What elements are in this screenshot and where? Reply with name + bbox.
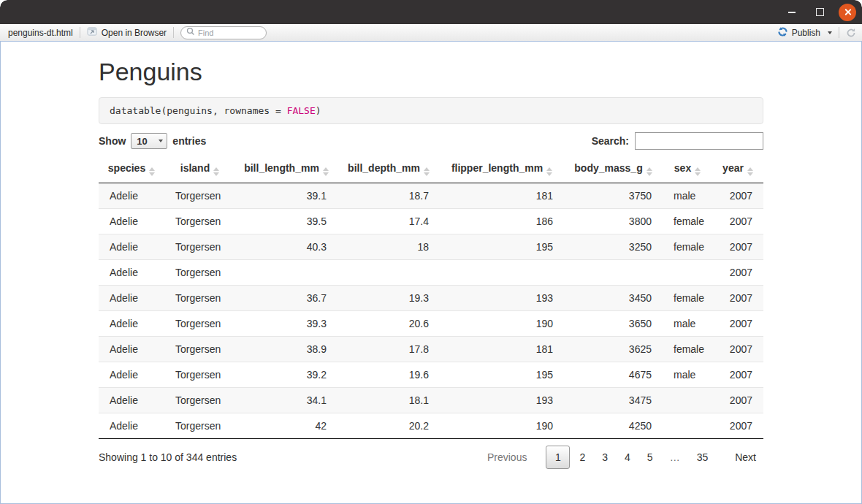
cell-bill_depth_mm: 20.6: [337, 311, 440, 337]
cell-year: 2007: [712, 183, 763, 209]
pagination-page-4[interactable]: 4: [617, 446, 638, 469]
column-header-flipper_length_mm[interactable]: flipper_length_mm: [440, 156, 564, 183]
toolbar-filename: penguins-dt.html: [6, 28, 73, 38]
code-block: datatable(penguins, rownames = FALSE): [99, 97, 763, 124]
cell-sex: [663, 413, 712, 439]
sort-icon: [213, 167, 219, 176]
cell-flipper_length_mm: [440, 260, 564, 286]
table-search-control: Search:: [592, 132, 763, 150]
code-text: datatable(penguins, rownames =: [110, 105, 287, 116]
cell-sex: male: [663, 362, 712, 388]
entries-label: entries: [172, 135, 206, 147]
pagination-page-35[interactable]: 35: [690, 446, 716, 469]
cell-bill_depth_mm: [337, 260, 440, 286]
open-in-browser-label: Open in Browser: [102, 28, 167, 38]
cell-body_mass_g: 3625: [564, 337, 663, 362]
cell-year: 2007: [712, 413, 763, 439]
table-row[interactable]: AdelieTorgersen2007: [99, 260, 763, 286]
cell-species: Adelie: [99, 209, 164, 234]
html-preview-pane: Penguins datatable(penguins, rownames = …: [0, 42, 862, 504]
cell-year: 2007: [712, 260, 763, 286]
column-label: body_mass_g: [574, 162, 642, 174]
cell-body_mass_g: 3800: [564, 209, 663, 234]
cell-island: Torgersen: [164, 413, 235, 439]
code-text: ): [316, 105, 321, 116]
browser-window-icon: [87, 26, 98, 39]
column-header-year[interactable]: year: [712, 156, 763, 183]
column-header-species[interactable]: species: [99, 156, 164, 183]
cell-body_mass_g: [564, 260, 663, 286]
cell-bill_length_mm: 39.1: [235, 183, 337, 209]
refresh-button[interactable]: [846, 28, 856, 38]
cell-sex: female: [663, 209, 712, 234]
table-search-input[interactable]: [635, 132, 763, 150]
table-row[interactable]: AdelieTorgersen39.517.41863800female2007: [99, 209, 763, 234]
cell-sex: male: [663, 183, 712, 209]
cell-sex: male: [663, 311, 712, 337]
publish-button[interactable]: Publish: [777, 26, 832, 39]
pagination-ellipsis: …: [663, 446, 687, 469]
cell-flipper_length_mm: 193: [440, 286, 564, 311]
toolbar-separator: [80, 27, 80, 38]
cell-bill_length_mm: 38.9: [235, 337, 337, 362]
cell-bill_length_mm: 40.3: [235, 234, 337, 260]
table-row[interactable]: AdelieTorgersen36.719.31933450female2007: [99, 286, 763, 311]
title-bar[interactable]: [0, 0, 862, 24]
cell-bill_length_mm: 34.1: [235, 388, 337, 413]
column-label: bill_length_mm: [244, 162, 319, 174]
table-row[interactable]: AdelieTorgersen34.118.119334752007: [99, 388, 763, 413]
cell-bill_depth_mm: 19.3: [337, 286, 440, 311]
cell-year: 2007: [712, 388, 763, 413]
table-row[interactable]: AdelieTorgersen39.219.61954675male2007: [99, 362, 763, 388]
minimize-button[interactable]: [783, 4, 801, 21]
cell-species: Adelie: [99, 311, 164, 337]
publish-label: Publish: [792, 28, 820, 38]
window-controls: [783, 0, 856, 24]
pagination: Previous12345…35Next: [478, 446, 763, 469]
toolbar-separator: [839, 27, 839, 38]
close-icon: [844, 8, 852, 16]
data-table: speciesislandbill_length_mmbill_depth_mm…: [99, 156, 763, 439]
maximize-button[interactable]: [811, 4, 828, 21]
cell-island: Torgersen: [164, 209, 235, 234]
column-header-body_mass_g[interactable]: body_mass_g: [564, 156, 663, 183]
table-row[interactable]: AdelieTorgersen38.917.81813625female2007: [99, 337, 763, 362]
close-button[interactable]: [839, 4, 856, 21]
open-in-browser-button[interactable]: Open in Browser: [87, 26, 167, 39]
column-label: bill_depth_mm: [348, 162, 420, 174]
sort-icon: [695, 167, 701, 176]
find-box[interactable]: [180, 26, 267, 39]
cell-sex: female: [663, 337, 712, 362]
column-header-island[interactable]: island: [164, 156, 235, 183]
cell-flipper_length_mm: 195: [440, 362, 564, 388]
table-row[interactable]: AdelieTorgersen39.118.71813750male2007: [99, 183, 763, 209]
entries-select[interactable]: 10: [131, 133, 167, 149]
pagination-page-1[interactable]: 1: [546, 446, 570, 469]
pagination-page-5[interactable]: 5: [640, 446, 660, 469]
sort-icon: [546, 167, 552, 176]
table-row[interactable]: AdelieTorgersen40.3181953250female2007: [99, 234, 763, 260]
cell-bill_depth_mm: 19.6: [337, 362, 440, 388]
column-label: flipper_length_mm: [451, 162, 543, 174]
cell-flipper_length_mm: 195: [440, 234, 564, 260]
cell-species: Adelie: [99, 388, 164, 413]
pagination-page-3[interactable]: 3: [595, 446, 615, 469]
column-header-bill_length_mm[interactable]: bill_length_mm: [235, 156, 337, 183]
column-header-sex[interactable]: sex: [663, 156, 712, 183]
cell-year: 2007: [712, 209, 763, 234]
pagination-next[interactable]: Next: [728, 446, 763, 469]
entries-select-wrap: 10: [131, 133, 167, 149]
cell-body_mass_g: 3650: [564, 311, 663, 337]
publish-icon: [777, 26, 788, 39]
cell-island: Torgersen: [164, 337, 235, 362]
cell-bill_depth_mm: 20.2: [337, 413, 440, 439]
table-row[interactable]: AdelieTorgersen39.320.61903650male2007: [99, 311, 763, 337]
table-body: AdelieTorgersen39.118.71813750male2007Ad…: [99, 183, 763, 439]
column-header-bill_depth_mm[interactable]: bill_depth_mm: [337, 156, 440, 183]
find-input[interactable]: [198, 28, 256, 37]
table-row[interactable]: AdelieTorgersen4220.219042502007: [99, 413, 763, 439]
cell-sex: [663, 260, 712, 286]
cell-island: Torgersen: [164, 311, 235, 337]
pagination-page-2[interactable]: 2: [572, 446, 592, 469]
column-label: year: [722, 162, 744, 174]
